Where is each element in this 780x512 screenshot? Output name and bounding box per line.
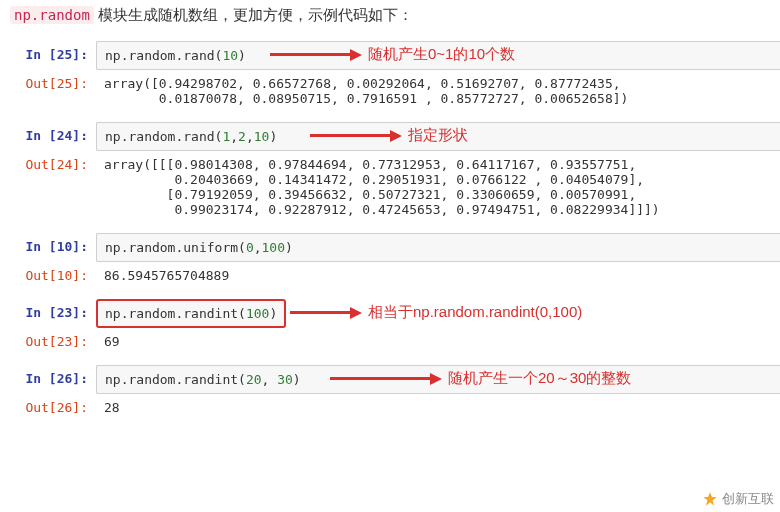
code-input[interactable]: np.random.rand(1,2,10) [96,122,780,151]
output-cell: Out[24]: array([[[0.98014308, 0.97844694… [0,151,780,223]
in-prompt: In [25]: [0,41,96,68]
code-output: 69 [96,328,780,355]
watermark: 创新互联 [702,490,774,508]
code-output: array([[[0.98014308, 0.97844694, 0.77312… [96,151,780,223]
logo-icon [702,491,718,507]
in-prompt: In [26]: [0,365,96,392]
code-input[interactable]: np.random.uniform(0,100) [96,233,780,262]
out-prompt: Out[10]: [0,262,96,289]
code-cell: In [25]: np.random.rand(10) 随机产生0~1的10个数 [0,41,780,70]
annotation-label: 相当于np.random.randint(0,100) [368,303,582,322]
in-prompt: In [23]: [0,299,96,326]
code-output: 86.5945765704889 [96,262,780,289]
output-cell: Out[23]: 69 [0,328,780,355]
output-cell: Out[10]: 86.5945765704889 [0,262,780,289]
code-cell: In [23]: np.random.randint(100) 相当于np.ra… [0,299,780,328]
code-cell: In [26]: np.random.randint(20, 30) 随机产生一… [0,365,780,394]
code-input[interactable]: np.random.randint(20, 30) [96,365,780,394]
code-input[interactable]: np.random.rand(10) [96,41,780,70]
output-cell: Out[26]: 28 [0,394,780,421]
inline-code: np.random [10,6,94,24]
code-output: 28 [96,394,780,421]
out-prompt: Out[23]: [0,328,96,355]
out-prompt: Out[26]: [0,394,96,421]
out-prompt: Out[25]: [0,70,96,97]
code-input[interactable]: np.random.randint(100) [96,299,286,328]
in-prompt: In [24]: [0,122,96,149]
output-cell: Out[25]: array([0.94298702, 0.66572768, … [0,70,780,112]
intro-text: np.random 模块生成随机数组，更加方便，示例代码如下： [0,0,780,35]
watermark-text: 创新互联 [722,490,774,508]
code-output: array([0.94298702, 0.66572768, 0.0029206… [96,70,780,112]
code-cell: In [24]: np.random.rand(1,2,10) 指定形状 [0,122,780,151]
intro-rest: 模块生成随机数组，更加方便，示例代码如下： [94,6,413,23]
out-prompt: Out[24]: [0,151,96,178]
code-cell: In [10]: np.random.uniform(0,100) [0,233,780,262]
in-prompt: In [10]: [0,233,96,260]
